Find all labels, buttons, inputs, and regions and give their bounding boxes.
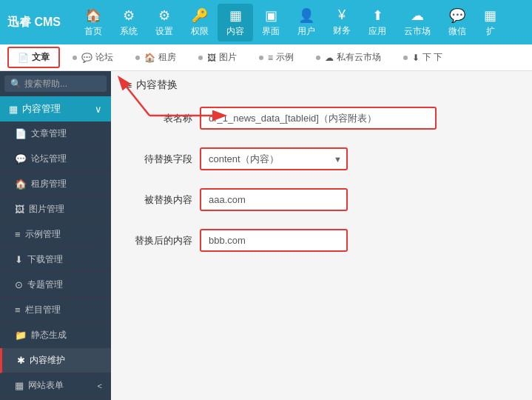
home-icon: 🏠: [85, 7, 101, 24]
sidebar-content-maintain-label: 内容维护: [30, 354, 65, 367]
articles-icon: 📄: [15, 128, 27, 139]
download-icon: ⬇: [412, 53, 420, 63]
nav-items: 🏠 首页 ⚙ 系统 ⚙ 设置 🔑 权限 ▦ 内容 ▣ 界面 👤 用户 ¥: [75, 4, 525, 41]
nav-ui[interactable]: ▣ 界面: [253, 4, 289, 41]
nav-settings-label: 设置: [155, 25, 173, 38]
nav-settings[interactable]: ⚙ 设置: [147, 4, 182, 41]
app-logo: 迅睿 CMS: [7, 15, 61, 30]
nav-home[interactable]: 🏠 首页: [75, 4, 111, 41]
replace-field-select-wrapper: content（内容） title（标题） description（描述） ▼: [200, 147, 348, 170]
nav-more-label: 扩: [486, 25, 495, 38]
replace-field-label: 待替换字段: [126, 153, 192, 166]
tab-article-label: 文章: [32, 51, 50, 64]
columns-icon: ≡: [15, 304, 21, 316]
sidebar-item-downloads[interactable]: ⬇ 下载管理: [0, 247, 111, 273]
permissions-icon: 🔑: [192, 7, 208, 24]
tab-article[interactable]: 📄 文章: [7, 47, 60, 68]
sidebar-item-topics[interactable]: ⊙ 专题管理: [0, 273, 111, 298]
top-navigation: 迅睿 CMS 🏠 首页 ⚙ 系统 ⚙ 设置 🔑 权限 ▦ 内容 ▣ 界面 👤 用…: [0, 0, 532, 44]
form-title: 内容替换: [136, 79, 178, 92]
nav-users-label: 用户: [297, 25, 315, 38]
section-left: ▦ 内容管理: [9, 102, 61, 116]
tab-rental[interactable]: 🏠 租房: [126, 47, 186, 67]
tab-images-label: 图片: [219, 51, 237, 64]
forum-icon: 💬: [15, 153, 27, 164]
sidebar-item-columns[interactable]: ≡ 栏目管理: [0, 298, 111, 323]
sidebar-rental-label: 租房管理: [31, 178, 67, 190]
nav-users[interactable]: 👤 用户: [289, 4, 324, 41]
table-name-label: 表名称: [126, 112, 192, 125]
sidebar-item-forum[interactable]: 💬 论坛管理: [0, 147, 111, 172]
sidebar-topics-label: 专题管理: [27, 279, 63, 291]
nav-more[interactable]: ▦ 扩: [475, 4, 505, 41]
sidebar-section-content[interactable]: ▦ 内容管理 ∨: [0, 96, 111, 121]
nav-finance[interactable]: ¥ 财务: [324, 4, 360, 41]
sidebar-item-images[interactable]: 🖼 图片管理: [0, 197, 111, 222]
nav-apps[interactable]: ⬆ 应用: [360, 4, 395, 41]
images-icon: 🖼: [15, 204, 24, 215]
nav-content-label: 内容: [226, 25, 244, 38]
grid-icon: ▦: [9, 104, 18, 115]
images-tab-icon: 🖼: [207, 53, 216, 63]
sidebar-static-label: 静态生成: [31, 329, 67, 341]
target-content-input[interactable]: [200, 229, 348, 252]
content-maintain-icon: ✱: [17, 355, 25, 366]
nav-permissions-label: 权限: [191, 25, 209, 38]
article-tab-icon: 📄: [18, 53, 29, 63]
nav-system-label: 系统: [120, 25, 138, 38]
sidebar-item-static[interactable]: 📁 静态生成: [0, 323, 111, 348]
sidebar-site-table-label: 网站表单: [28, 379, 64, 392]
tab-private-cloud-label: 私有云市场: [337, 51, 381, 64]
form-row-table-name: 表名称: [126, 107, 517, 130]
nav-ui-label: 界面: [262, 25, 280, 38]
title-icon: ≡: [126, 79, 132, 91]
nav-cloud[interactable]: ☁ 云市场: [395, 4, 440, 41]
chevron-down-icon: ∨: [95, 104, 102, 115]
sidebar-examples-label: 示例管理: [25, 228, 61, 241]
content-area: ≡ 内容替换 表名称 待替换字段 content（内容） title（标题） d…: [111, 71, 532, 400]
users-icon: 👤: [298, 7, 314, 24]
nav-permissions[interactable]: 🔑 权限: [182, 4, 218, 41]
tab-download[interactable]: ⬇ 下 下: [394, 47, 452, 67]
nav-finance-label: 财务: [333, 24, 351, 37]
sidebar-item-articles[interactable]: 📄 文章管理: [0, 121, 111, 147]
nav-content[interactable]: ▦ 内容: [218, 4, 253, 41]
downloads-icon: ⬇: [15, 254, 23, 265]
search-icon: 🔍: [10, 79, 21, 89]
source-content-input[interactable]: [200, 188, 348, 211]
sidebar-item-rental[interactable]: 🏠 租房管理: [0, 172, 111, 197]
nav-system[interactable]: ⚙ 系统: [111, 4, 147, 41]
table-name-input[interactable]: [200, 107, 437, 130]
tab-images[interactable]: 🖼 图片: [189, 47, 246, 67]
form-row-target-content: 替换后的内容: [126, 229, 517, 252]
tab-forum[interactable]: 💬 论坛: [63, 47, 123, 67]
examples-tab-icon: ≡: [268, 53, 273, 63]
nav-wechat[interactable]: 💬 微信: [440, 4, 475, 41]
tab-private-cloud[interactable]: ☁ 私有云市场: [306, 47, 391, 67]
tab-download-label: 下 下: [422, 51, 442, 64]
tab-examples-label: 示例: [276, 51, 294, 64]
cloud-icon: ☁: [411, 7, 424, 24]
examples-icon: ≡: [15, 229, 21, 240]
form-row-replace-field: 待替换字段 content（内容） title（标题） description（…: [126, 147, 517, 170]
rental-tab-icon: 🏠: [144, 53, 155, 63]
sidebar-item-examples[interactable]: ≡ 示例管理: [0, 222, 111, 247]
sidebar-columns-label: 栏目管理: [25, 304, 61, 316]
more-icon: ▦: [484, 7, 496, 24]
topics-icon: ⊙: [15, 279, 23, 290]
finance-icon: ¥: [338, 7, 346, 23]
target-content-label: 替换后的内容: [126, 234, 192, 247]
settings-icon: ⚙: [158, 7, 170, 24]
main-layout: 🔍 ▦ 内容管理 ∨ 📄 文章管理 💬 论坛管理 🏠 租房管理 🖼 图片管理: [0, 71, 532, 400]
forum-tab-icon: 💬: [81, 53, 92, 63]
replace-field-select[interactable]: content（内容） title（标题） description（描述）: [200, 147, 348, 170]
examples-dot: [259, 56, 263, 60]
sidebar-search-wrapper[interactable]: 🔍: [4, 76, 107, 92]
search-input[interactable]: [24, 79, 84, 89]
sidebar-item-site-table[interactable]: ▦ 网站表单 <: [0, 373, 111, 399]
chevron-left-icon: <: [98, 381, 102, 390]
images-dot: [198, 56, 203, 60]
sidebar-item-content-maintain[interactable]: ✱ 内容维护: [0, 348, 111, 373]
tab-examples[interactable]: ≡ 示例: [249, 47, 303, 67]
sub-navigation: 📄 文章 💬 论坛 🏠 租房 🖼 图片 ≡ 示例 ☁ 私有云市场 ⬇ 下 下: [0, 44, 532, 71]
